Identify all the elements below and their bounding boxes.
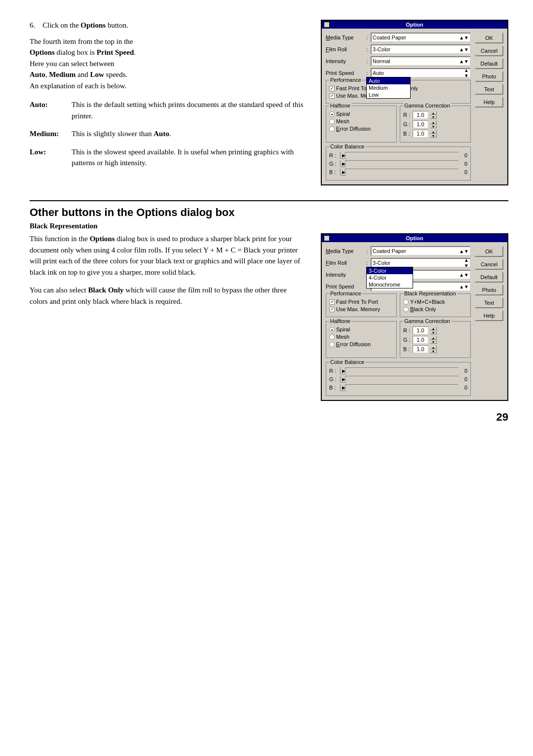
d2-gamma-r-spinner[interactable]: ▲ ▼ <box>430 326 437 334</box>
d2-black-only-radio[interactable] <box>403 307 409 312</box>
dialog2-titlebar: ─ Option <box>322 234 507 242</box>
popup-medium[interactable]: Medium <box>367 84 410 91</box>
text-button[interactable]: Text <box>475 84 503 95</box>
print-speed-row: Print Speed : Auto ▲▼ Auto Medium Low <box>326 68 471 78</box>
film-roll-dropdown[interactable]: 3-Color ▲▼ <box>371 44 471 54</box>
popup-3color[interactable]: 3-Color <box>367 267 413 274</box>
d2-spiral-label: Spiral <box>336 326 350 332</box>
dialog1-title: Option <box>406 22 423 28</box>
media-type-dropdown[interactable]: Coated Paper ▲▼ <box>371 33 471 42</box>
cb-b-thumb-right[interactable]: ► <box>341 169 345 176</box>
cb-g-thumb-right[interactable]: ► <box>341 160 345 167</box>
error-diffusion-row: Error Diffusion <box>329 126 393 132</box>
d2-black-only-row: Black Only <box>403 306 467 312</box>
d2-intensity-label: Intensity <box>326 272 364 278</box>
step-text2: button. <box>108 21 128 29</box>
spiral-row: Spiral <box>329 111 393 117</box>
popup-4color[interactable]: 4-Color <box>367 274 413 281</box>
d2-fast-print-checkbox[interactable]: ✓ <box>329 299 335 305</box>
mesh-label: Mesh <box>336 118 349 124</box>
cb-g-slider[interactable]: ◄ ► <box>340 160 458 167</box>
gamma-g-spinner[interactable]: ▲ ▼ <box>430 120 437 128</box>
d2-use-max-memory-row: ✓ Use Max. Memory <box>329 306 393 312</box>
d2-halftone-label: Halftone <box>329 318 351 324</box>
medium-text: This is slightly slower than Auto. <box>72 128 306 140</box>
popup-auto[interactable]: Auto <box>367 77 410 84</box>
ok-button[interactable]: OK <box>475 33 503 43</box>
d2-photo-button[interactable]: Photo <box>475 285 503 295</box>
step-bold: Options <box>80 21 106 29</box>
d2-cb-r-slider[interactable]: ◄ ► <box>340 367 458 374</box>
print-speed-popup[interactable]: Auto Medium Low <box>366 77 411 99</box>
gamma-b-spinner[interactable]: ▲ ▼ <box>430 130 437 138</box>
mesh-radio[interactable] <box>329 119 335 124</box>
d2-error-diffusion-radio[interactable] <box>329 342 335 347</box>
spiral-label: Spiral <box>336 111 350 117</box>
gamma-g-input[interactable] <box>413 120 428 128</box>
d2-cb-g-thumb-right[interactable]: ► <box>341 376 345 383</box>
d2-black-only-label: Black Only <box>410 306 436 312</box>
fast-print-checkbox[interactable]: ✓ <box>329 86 335 91</box>
dialog2: ─ Option Media Type : Coated Paper ▲▼ <box>321 233 508 401</box>
dialog2-minimize-btn[interactable]: ─ <box>324 235 330 241</box>
d2-cb-b-thumb-right[interactable]: ► <box>341 384 345 391</box>
bottom-section: Other buttons in the Options dialog box … <box>30 200 508 401</box>
popup-low[interactable]: Low <box>367 91 410 98</box>
media-type-label: Media Type <box>326 35 364 40</box>
d2-ok-button[interactable]: OK <box>475 246 503 257</box>
spiral-radio[interactable] <box>329 111 335 117</box>
popup-monochrome[interactable]: Monochrome <box>367 281 413 288</box>
d2-gamma-g-spinner[interactable]: ▲ ▼ <box>430 336 437 344</box>
low-text: This is the slowest speed available. It … <box>72 146 306 169</box>
cb-r-slider[interactable]: ◄ ► <box>340 152 458 159</box>
d2-use-max-memory-checkbox[interactable]: ✓ <box>329 307 335 312</box>
cb-b-slider[interactable]: ◄ ► <box>340 169 458 176</box>
gamma-g-row: G : ▲ ▼ <box>403 120 467 128</box>
cancel-button[interactable]: Cancel <box>475 45 503 56</box>
gamma-r-input[interactable] <box>413 111 428 119</box>
print-speed-dropdown[interactable]: Auto ▲▼ <box>371 68 471 78</box>
gamma-b-input[interactable] <box>413 130 428 138</box>
gamma-g-label: G : <box>403 121 411 127</box>
d2-media-type-dropdown[interactable]: Coated Paper ▲▼ <box>371 246 471 256</box>
default-button[interactable]: Default <box>475 58 503 69</box>
d2-gamma-g-label: G : <box>403 337 411 343</box>
d2-spiral-radio[interactable] <box>329 327 335 332</box>
d2-gamma-b-spinner[interactable]: ▲ ▼ <box>430 345 437 353</box>
d2-film-roll-dropdown[interactable]: 3-Color ▲▼ <box>371 258 471 268</box>
photo-button[interactable]: Photo <box>475 71 503 82</box>
d2-cb-g-slider[interactable]: ◄ ► <box>340 376 458 383</box>
dialog1-container: ─ Option Media Type : Coated Paper ▲▼ <box>321 20 508 185</box>
d2-gamma-r-input[interactable] <box>413 326 428 334</box>
titlebar-controls: ─ <box>324 22 330 28</box>
d2-cb-r-row: R : ◄ ► 0 <box>329 367 467 374</box>
d2-gamma-section: Gamma Correction R : ▲ ▼ <box>400 321 471 358</box>
use-max-memory-checkbox[interactable]: ✓ <box>329 93 335 99</box>
dialog1-body: Media Type : Coated Paper ▲▼ Film Roll <box>322 29 507 184</box>
d2-cb-r-thumb-right[interactable]: ► <box>341 367 345 374</box>
intensity-dropdown[interactable]: Normal ▲▼ <box>371 56 471 66</box>
medium-desc: Medium: This is slightly slower than Aut… <box>30 128 306 140</box>
auto-label: Auto: <box>30 99 72 121</box>
d2-default-button[interactable]: Default <box>475 272 503 283</box>
step-text: Click on the <box>42 21 78 29</box>
d2-cancel-button[interactable]: Cancel <box>475 259 503 270</box>
cb-r-row: R : ◄ ► 0 <box>329 152 467 159</box>
cb-r-thumb-right[interactable]: ► <box>341 152 345 159</box>
d2-ymc-radio[interactable] <box>403 299 409 305</box>
d2-help-button[interactable]: Help <box>475 310 503 321</box>
d2-gamma-b-label: B : <box>403 346 411 352</box>
help-button[interactable]: Help <box>475 97 503 108</box>
d2-gamma-r-label: R : <box>403 327 411 333</box>
minimize-btn[interactable]: ─ <box>324 22 330 28</box>
d2-text-button[interactable]: Text <box>475 297 503 308</box>
error-diffusion-radio[interactable] <box>329 126 335 132</box>
d2-mesh-radio[interactable] <box>329 334 335 340</box>
cb-g-row: G : ◄ ► 0 <box>329 160 467 167</box>
gamma-r-spinner[interactable]: ▲ ▼ <box>430 111 437 119</box>
d2-gamma-g-input[interactable] <box>413 336 428 344</box>
d2-gamma-b-input[interactable] <box>413 345 428 353</box>
d2-color-balance-label: Color Balance <box>329 359 365 365</box>
film-roll-popup[interactable]: 3-Color 4-Color Monochrome <box>366 267 413 288</box>
d2-cb-b-slider[interactable]: ◄ ► <box>340 384 458 391</box>
